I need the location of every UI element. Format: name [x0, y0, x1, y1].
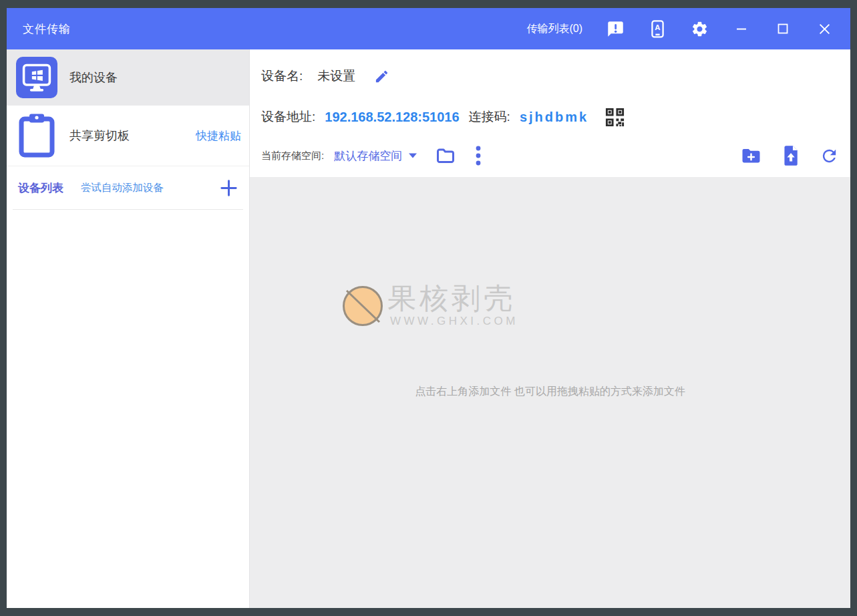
auto-add-device-link[interactable]: 尝试自动添加设备	[81, 181, 164, 195]
storage-select-value[interactable]: 默认存储空间	[334, 148, 402, 164]
minimize-button[interactable]	[733, 20, 750, 37]
qr-code-icon[interactable]	[605, 107, 625, 128]
device-name-label: 设备名:	[261, 67, 303, 85]
open-folder-icon[interactable]	[436, 148, 455, 164]
close-button[interactable]	[816, 20, 833, 37]
add-folder-icon[interactable]	[741, 147, 761, 164]
connect-code-value: sjhdbmk	[520, 110, 588, 125]
quick-paste-link[interactable]: 快捷粘贴	[196, 128, 241, 144]
sidebar-item-clipboard[interactable]: 共享剪切板 快捷粘贴	[7, 106, 249, 166]
device-info-header: 设备名: 未设置 设备地址: 192.168.52.128:51016 连接码:…	[250, 49, 850, 177]
my-device-label: 我的设备	[69, 69, 118, 86]
transfer-list-button[interactable]: 传输列表(0)	[526, 22, 582, 36]
device-address-row: 设备地址: 192.168.52.128:51016 连接码: sjhdbmk	[261, 100, 839, 134]
refresh-icon[interactable]	[820, 146, 839, 166]
storage-row: 当前存储空间: 默认存储空间	[261, 138, 839, 173]
app-window: 文件传输 传输列表(0) A	[7, 8, 850, 608]
device-list-title: 设备列表	[18, 180, 63, 196]
svg-text:A: A	[655, 23, 660, 31]
device-address-label: 设备地址:	[261, 108, 315, 126]
mobile-app-icon[interactable]: A	[649, 20, 667, 38]
device-list-header: 设备列表 尝试自动添加设备	[7, 166, 249, 209]
chevron-down-icon[interactable]	[408, 152, 417, 159]
clipboard-icon	[16, 113, 57, 158]
sidebar-item-my-device[interactable]: 我的设备	[7, 49, 249, 106]
storage-label: 当前存储空间:	[261, 150, 324, 162]
my-device-monitor-icon	[16, 57, 57, 98]
feedback-message-icon[interactable]	[607, 20, 625, 38]
maximize-button[interactable]	[774, 20, 792, 37]
sidebar: 我的设备 共享剪切板 快捷粘贴 设备列表 尝试自动添加设备	[7, 49, 250, 608]
clipboard-label: 共享剪切板	[69, 128, 130, 144]
sidebar-divider	[13, 209, 243, 210]
device-name-row: 设备名: 未设置	[261, 59, 839, 94]
connect-code-label: 连接码:	[469, 108, 510, 126]
titlebar: 文件传输 传输列表(0) A	[7, 8, 850, 49]
settings-gear-icon[interactable]	[691, 20, 709, 38]
device-name-value: 未设置	[317, 67, 355, 85]
edit-device-name-icon[interactable]	[374, 69, 389, 84]
main-panel: 设备名: 未设置 设备地址: 192.168.52.128:51016 连接码:…	[250, 49, 850, 608]
add-file-hint: 点击右上角添加文件 也可以用拖拽粘贴的方式来添加文件	[250, 385, 850, 399]
add-file-icon[interactable]	[782, 146, 799, 166]
kebab-menu-icon[interactable]	[475, 145, 482, 166]
add-device-plus-icon[interactable]	[220, 179, 238, 197]
window-title: 文件传输	[23, 21, 71, 37]
device-address-value: 192.168.52.128:51016	[325, 110, 459, 125]
file-drop-area[interactable]: 点击右上角添加文件 也可以用拖拽粘贴的方式来添加文件	[250, 177, 850, 608]
